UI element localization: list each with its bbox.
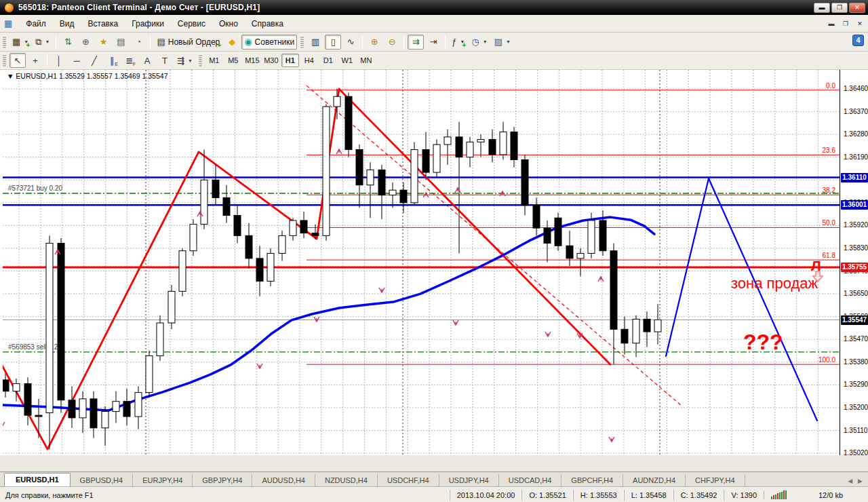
auto-scroll-button[interactable]: ⇉ [408,35,424,50]
navigator-button[interactable]: ★ [95,35,111,50]
timeframe-mn[interactable]: MN [357,54,375,67]
fibonacci-label: 100.0 [818,356,835,364]
zoom-out-button[interactable]: ⊖ [384,35,400,50]
timeframe-m15[interactable]: M15 [243,54,261,67]
templates-button[interactable]: ▧▼ [492,35,513,50]
candle-body [46,244,53,413]
timeframe-h4[interactable]: H4 [300,54,318,67]
candle-body [201,180,208,224]
arrows-tool-button[interactable]: ⇶▼ [174,53,195,68]
status-help: Для справки, нажмите F1 [0,490,450,501]
timeframe-m30[interactable]: M30 [262,54,280,67]
close-button[interactable]: ✕ [849,3,865,13]
profiles-button[interactable]: ⧉▼ [33,35,52,50]
candle-body [123,402,130,417]
new-chart-button[interactable]: ▦+▼ [9,35,31,50]
restore-button[interactable]: ❐ [831,3,848,13]
candle-body [312,233,319,236]
trendline-tool-button[interactable]: ╱ [86,53,102,68]
chevron-down-icon[interactable]: ▼ [483,39,488,44]
profiles-icon: ⧉ [35,37,41,47]
tabs-scroll-left-icon[interactable]: ◀ [848,478,852,484]
menu-окно[interactable]: Окно [212,16,245,31]
child-close-button[interactable]: ✕ [854,18,866,29]
toolbar-grip[interactable] [3,36,6,48]
data-window-button[interactable]: ⊕ [77,35,94,50]
periods-button[interactable]: ◷▼ [469,35,490,50]
menu-вставка[interactable]: Вставка [81,16,125,31]
menu-справка[interactable]: Справка [245,16,290,31]
text-tool-button[interactable]: A [139,53,155,68]
cursor-tool-button[interactable]: ↖ [9,53,26,68]
menu-сервис[interactable]: Сервис [171,16,212,31]
chevron-down-icon[interactable]: ▼ [45,39,50,44]
symbol-tab-gbpusd[interactable]: GBPUSD,H4 [71,474,134,487]
symbol-tab-nzdusd[interactable]: NZDUSD,H4 [315,474,378,487]
new-order-button[interactable]: ▤+Новый Ордер [154,35,222,50]
symbol-tab-usdjpy[interactable]: USDJPY,H4 [439,474,499,487]
child-restore-button[interactable]: ❐ [840,18,852,29]
arrows-tool-icon: ⇶ [177,56,184,66]
symbol-tab-eurjpy[interactable]: EURJPY,H4 [133,474,193,487]
fibonacci-tool-button[interactable]: ≣F [121,53,138,68]
symbol-tab-gbpchf[interactable]: GBPCHF,H4 [561,474,623,487]
toolbar-grip[interactable] [3,54,6,66]
status-datetime: 2013.10.04 20:00 [450,490,522,501]
timeframe-h1[interactable]: H1 [281,54,299,67]
symbol-tab-eurusd[interactable]: EURUSD,H1 [4,473,71,487]
chevron-down-icon[interactable]: ▼ [188,58,193,63]
timeframe-d1[interactable]: D1 [319,54,337,67]
strategy-tester-button[interactable]: ◔ [130,35,146,50]
tabs-scroll-right-icon[interactable]: ▶ [858,478,863,484]
menu-графики[interactable]: Графики [125,16,171,31]
label-tool-icon: T [162,56,167,66]
chart-system-icon[interactable]: ▦ [4,18,12,28]
symbol-tab-gbpjpy[interactable]: GBPJPY,H4 [193,474,252,487]
hline-tool-button[interactable]: ─ [68,53,85,68]
market-watch-button[interactable]: ⇅ [60,35,76,50]
menu-файл[interactable]: Файл [19,16,53,31]
symbol-tab-audnzd[interactable]: AUDNZD,H4 [623,474,686,487]
metaeditor-button[interactable]: ◆ [224,35,240,50]
fibonacci-label: 61.8 [823,252,836,259]
candle-body [256,258,263,282]
crosshair-tool-button[interactable]: + [27,53,43,68]
window-title: 565018: Panteon Client Terminal - Демо С… [18,3,812,12]
chart-line-button[interactable]: ∿ [342,35,359,50]
symbol-tab-usdchf[interactable]: USDCHF,H4 [378,474,439,487]
chart-candles-button[interactable]: ▯ [325,35,341,50]
price-label-bid: 1.35547 [841,315,868,325]
symbol-tab-audusd[interactable]: AUDUSD,H4 [252,474,315,487]
toolbar-grip[interactable] [199,54,202,66]
timeframe-m1[interactable]: M1 [205,54,223,67]
toolbar-grip[interactable] [300,36,304,48]
zoom-in-button[interactable]: ⊕ [366,35,382,50]
chart-info-line: ▼ EURUSD,H1 1.35529 1.35557 1.35469 1.35… [7,72,168,80]
annotation-text: зона продаж [731,275,818,292]
status-traffic: 12/0 kb [793,490,868,501]
chevron-down-icon[interactable]: ▼ [506,39,511,44]
indicators-button[interactable]: ƒ+▼ [449,35,467,50]
candle-body [477,140,484,142]
notification-badge[interactable]: 4 [852,35,864,46]
menu-вид[interactable]: Вид [53,16,81,31]
channel-tool-button[interactable]: ∥E [104,53,120,68]
symbol-tab-usdcad[interactable]: USDCAD,H4 [499,474,562,487]
minimize-button[interactable]: ▬ [814,3,830,13]
chart-bars-button[interactable]: ▥ [307,35,323,50]
price-label-blue-level: 1.36110 [841,173,868,182]
vline-tool-button[interactable]: │ [51,53,67,68]
timeframe-w1[interactable]: W1 [338,54,356,67]
price-label-red-level: 1.35755 [841,263,868,272]
vline-tool-icon: │ [56,56,62,66]
timeframe-m5[interactable]: M5 [224,54,242,67]
expert-advisors-button[interactable]: ◉Советники [241,35,297,50]
terminal-button[interactable]: ▤ [113,35,129,50]
chart-shift-button[interactable]: ⇥ [425,35,441,50]
child-minimize-button[interactable]: ▬ [825,18,837,29]
templates-icon: ▧ [494,37,502,47]
label-tool-button[interactable]: T [157,53,173,68]
fractal-down-icon [379,288,384,292]
chart-canvas[interactable]: 0.023.638.250.061.8100.0#573721 buy 0.20… [3,70,840,455]
symbol-tab-chfjpy[interactable]: CHFJPY,H4 [686,474,745,487]
